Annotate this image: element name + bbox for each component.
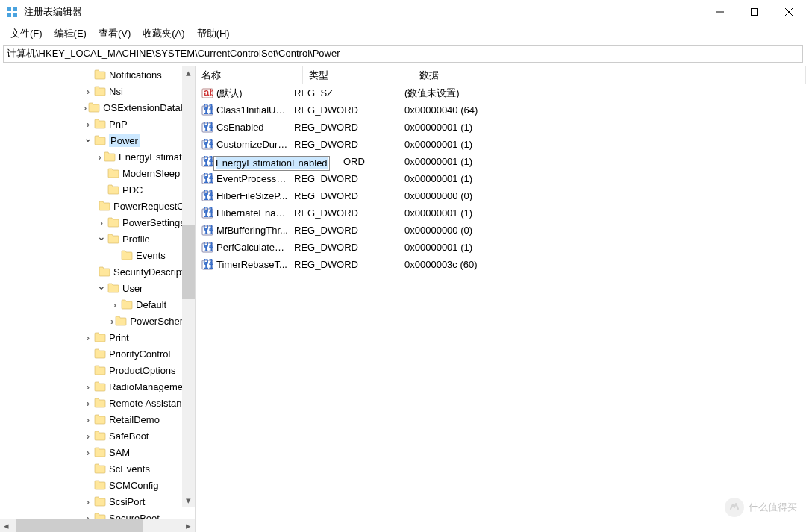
tree-item[interactable]: ›PnP — [0, 116, 195, 132]
tree-item[interactable]: ›RadioManagement — [0, 378, 195, 395]
expand-icon[interactable]: › — [84, 497, 93, 506]
tree-item[interactable]: SCMConfig — [0, 477, 195, 493]
value-name-cell[interactable]: 011110MfBufferingThr... — [199, 225, 291, 237]
tree-item[interactable]: ModernSleep — [0, 165, 195, 181]
value-name-cell[interactable]: 011110CsEnabled — [199, 122, 291, 134]
value-row[interactable]: 011110HiberFileSizeP...REG_DWORD0x000000… — [196, 187, 806, 204]
rename-input[interactable]: EnergyEstimationEnabled — [213, 156, 330, 171]
collapse-icon[interactable]: ⌄ — [97, 232, 106, 241]
address-bar[interactable] — [3, 45, 803, 63]
expand-icon[interactable]: › — [84, 382, 93, 391]
expand-icon[interactable]: › — [97, 152, 102, 161]
value-row[interactable]: 011110Class1InitialUn...REG_DWORD0x00000… — [196, 101, 806, 119]
expand-icon[interactable]: › — [84, 119, 93, 128]
value-name-cell[interactable]: 011110Class1InitialUn... — [199, 104, 291, 116]
menu-help[interactable]: 帮助(H) — [191, 25, 236, 43]
value-name-cell[interactable]: 011110HiberFileSizeP... — [199, 190, 291, 202]
value-row[interactable]: 011110EnergyEstimationEnabledORD0x000000… — [196, 153, 806, 170]
tree-item[interactable]: ›Remote Assistance — [0, 395, 195, 411]
expand-icon[interactable]: › — [84, 415, 93, 424]
expand-icon[interactable]: › — [84, 513, 93, 519]
value-row[interactable]: ab(默认)REG_SZ(数值未设置) — [196, 84, 806, 101]
tree-item[interactable]: ⌄User — [0, 280, 195, 296]
address-input[interactable] — [7, 48, 799, 60]
menu-file[interactable]: 文件(F) — [4, 25, 49, 43]
collapse-icon[interactable]: ⌄ — [84, 134, 93, 143]
tree-item[interactable]: PriorityControl — [0, 345, 195, 362]
expand-icon[interactable]: › — [84, 431, 93, 440]
tree-vertical-scrollbar[interactable]: ▴ ▾ — [182, 66, 195, 507]
tree-item[interactable]: ›SAM — [0, 444, 195, 460]
list-pane: 名称 类型 数据 ab(默认)REG_SZ(数值未设置)011110Class1… — [196, 66, 806, 532]
scroll-thumb[interactable] — [16, 519, 143, 532]
value-name-cell[interactable]: 011110EnergyEstimationEnabled — [199, 156, 291, 168]
tree-item[interactable]: SecurityDescriptors — [0, 263, 195, 280]
expand-icon[interactable]: › — [84, 103, 87, 112]
tree-item[interactable]: ›EnergyEstimation — [0, 148, 195, 165]
expand-icon[interactable]: › — [110, 316, 113, 325]
column-name[interactable]: 名称 — [196, 66, 303, 84]
tree-item[interactable]: ›PowerSettings — [0, 214, 195, 231]
expand-icon[interactable]: › — [84, 87, 93, 96]
tree-item[interactable]: Events — [0, 247, 195, 263]
tree-item[interactable]: ⌄Profile — [0, 231, 195, 247]
tree-item[interactable]: ›Nsi — [0, 83, 195, 99]
expand-icon[interactable]: › — [110, 300, 119, 309]
tree-item[interactable]: PDC — [0, 181, 195, 198]
column-data[interactable]: 数据 — [413, 66, 806, 84]
tree-item[interactable]: ›RetailDemo — [0, 411, 195, 428]
column-type[interactable]: 类型 — [303, 66, 413, 84]
tree-item[interactable]: ›Default — [0, 296, 195, 313]
registry-tree[interactable]: Notifications›Nsi›OSExtensionDatabase›Pn… — [0, 66, 195, 519]
minimize-button[interactable] — [703, 0, 737, 24]
scroll-thumb[interactable] — [182, 225, 195, 299]
scroll-down-icon[interactable]: ▾ — [182, 494, 195, 507]
value-name-cell[interactable]: ab(默认) — [199, 87, 291, 100]
value-row[interactable]: 011110MfBufferingThr...REG_DWORD0x000000… — [196, 222, 806, 239]
value-row[interactable]: 011110HibernateEnab...REG_DWORD0x0000000… — [196, 204, 806, 222]
value-row[interactable]: 011110CustomizeDuri...REG_DWORD0x0000000… — [196, 136, 806, 153]
scroll-track[interactable] — [13, 519, 182, 532]
tree-item[interactable]: ScEvents — [0, 460, 195, 477]
tree-item[interactable]: Notifications — [0, 66, 195, 83]
tree-item[interactable]: ProductOptions — [0, 362, 195, 378]
tree-item[interactable]: ›PowerSchemes — [0, 313, 195, 329]
tree-item[interactable]: ›ScsiPort — [0, 493, 195, 510]
scroll-left-icon[interactable]: ◂ — [0, 519, 13, 532]
value-name-cell[interactable]: 011110TimerRebaseT... — [199, 259, 291, 271]
value-row[interactable]: 011110CsEnabledREG_DWORD0x00000001 (1) — [196, 119, 806, 136]
value-row[interactable]: 011110EventProcesso...REG_DWORD0x0000000… — [196, 170, 806, 187]
menu-view[interactable]: 查看(V) — [93, 25, 137, 43]
maximize-button[interactable] — [737, 0, 772, 24]
expand-icon[interactable]: › — [84, 333, 93, 342]
scroll-track[interactable] — [182, 79, 195, 494]
menu-edit[interactable]: 编辑(E) — [49, 25, 93, 43]
tree-horizontal-scrollbar[interactable]: ◂ ▸ — [0, 519, 195, 532]
value-name-cell[interactable]: 011110PerfCalculateA... — [199, 242, 291, 254]
expand-icon[interactable]: › — [84, 398, 93, 407]
value-row[interactable]: 011110TimerRebaseT...REG_DWORD0x0000003c… — [196, 256, 806, 273]
tree-item[interactable]: ⌄Power — [0, 132, 195, 148]
tree-item[interactable]: ›OSExtensionDatabase — [0, 99, 195, 116]
tree-item-label: Nsi — [109, 86, 123, 97]
close-button[interactable] — [772, 0, 806, 24]
value-data: 0x00000001 (1) — [402, 173, 806, 184]
list-header[interactable]: 名称 类型 数据 — [196, 66, 806, 84]
value-name-cell[interactable]: 011110HibernateEnab... — [199, 207, 291, 219]
value-list[interactable]: ab(默认)REG_SZ(数值未设置)011110Class1InitialUn… — [196, 84, 806, 532]
value-name-cell[interactable]: 011110CustomizeDuri... — [199, 139, 291, 151]
expand-icon[interactable]: › — [84, 448, 93, 457]
value-name-cell[interactable]: 011110EventProcesso... — [199, 173, 291, 185]
scroll-up-icon[interactable]: ▴ — [182, 66, 195, 79]
tree-item[interactable]: ›Print — [0, 329, 195, 345]
scroll-right-icon[interactable]: ▸ — [182, 519, 195, 532]
menu-favorites[interactable]: 收藏夹(A) — [137, 25, 190, 43]
value-row[interactable]: 011110PerfCalculateA...REG_DWORD0x000000… — [196, 239, 806, 256]
rename-text[interactable]: EnergyEstimationEnabled — [216, 157, 328, 169]
collapse-icon[interactable]: ⌄ — [97, 281, 106, 290]
no-children-icon — [97, 169, 106, 178]
tree-item[interactable]: ›SecureBoot — [0, 510, 195, 519]
tree-item[interactable]: ›SafeBoot — [0, 428, 195, 444]
tree-item[interactable]: PowerRequestOverride — [0, 198, 195, 214]
expand-icon[interactable]: › — [97, 218, 106, 227]
